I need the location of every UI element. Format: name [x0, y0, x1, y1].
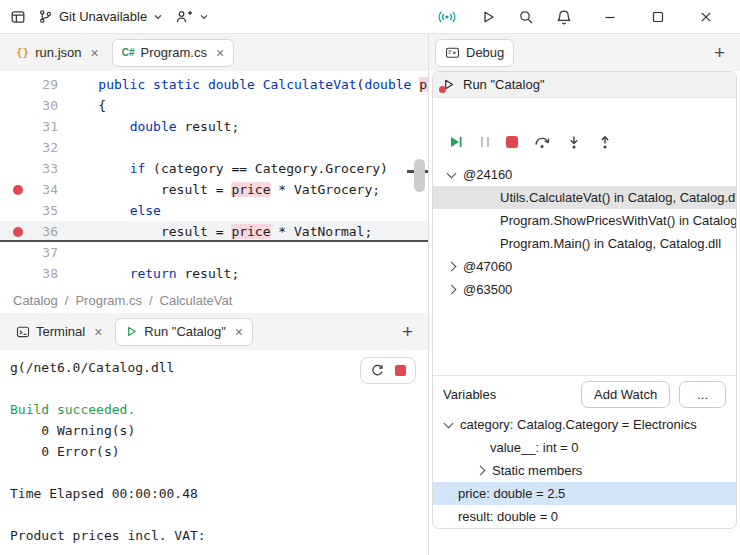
git-status-menu[interactable]: Git Unavailable [38, 9, 163, 24]
tab-program-cs[interactable]: C# Program.cs × [112, 39, 234, 67]
stack-frame-row[interactable]: Program.Main() in Catalog, Catalog.dll [433, 232, 736, 255]
breadcrumb-item[interactable]: Catalog [13, 293, 58, 308]
stop-icon[interactable] [395, 365, 406, 376]
app-window: Git Unavailable [0, 0, 740, 555]
variable-row[interactable]: value__: int = 0 [433, 436, 736, 459]
close-icon[interactable]: × [91, 46, 99, 60]
variable-row[interactable]: category: Catalog.Category = Electronics [433, 413, 736, 436]
code-line[interactable]: 33 if (category == Category.Grocery) [0, 158, 428, 179]
code-editor[interactable]: 29 public static double CalculateVat(dou… [0, 71, 428, 287]
debug-run-icon [441, 77, 456, 92]
line-number: 29 [36, 74, 58, 95]
tab-run-catalog[interactable]: Run "Catalog" × [115, 318, 253, 346]
tree-label: Program.ShowPricesWithVat() in Catalog, … [500, 213, 736, 228]
main-area: {} run.json × C# Program.cs × 29 public … [0, 34, 740, 555]
stack-frame-row[interactable]: Program.ShowPricesWithVat() in Catalog, … [433, 209, 736, 232]
terminal-output[interactable]: g(/net6.0/Catalog.dllBuild succeeded. 0 … [0, 350, 428, 555]
line-number: 38 [36, 263, 58, 284]
close-icon[interactable]: × [216, 46, 224, 60]
thread-row[interactable]: @47060 [433, 255, 736, 278]
breakpoint-dot[interactable] [0, 185, 36, 195]
code-text: { [58, 95, 106, 116]
step-out-button[interactable] [597, 134, 613, 150]
code-line[interactable]: 36 result = price * VatNormal; [0, 221, 428, 242]
tab-terminal[interactable]: Terminal × [6, 318, 112, 346]
close-button[interactable] [682, 2, 730, 32]
tab-label: Debug [466, 45, 504, 60]
debug-run-header: Run "Catalog" [433, 72, 736, 98]
add-terminal-tab-button[interactable]: + [393, 322, 422, 341]
variables-title: Variables [443, 387, 572, 402]
csharp-file-icon: C# [122, 47, 135, 58]
code-text: result = price * VatNormal; [58, 221, 372, 242]
step-over-button[interactable] [533, 134, 551, 150]
variable-label: category: Catalog.Category = Electronics [460, 417, 697, 432]
variable-row[interactable]: Static members [433, 459, 736, 482]
tab-label: Run "Catalog" [144, 324, 226, 339]
variable-row[interactable]: result: double = 0 [433, 505, 736, 528]
broadcast-icon[interactable] [436, 9, 458, 25]
tree-label: @63500 [463, 282, 512, 297]
chevron-right-icon[interactable] [447, 262, 457, 272]
line-number: 37 [36, 242, 58, 263]
thread-row[interactable]: @24160 [433, 163, 736, 186]
tab-run-json[interactable]: {} run.json × [6, 39, 109, 67]
code-line[interactable]: 35 else [0, 200, 428, 221]
git-branch-icon [38, 9, 53, 24]
search-icon[interactable] [518, 9, 534, 25]
collaborate-menu[interactable] [175, 9, 209, 25]
chevron-down-icon[interactable] [447, 168, 457, 178]
code-text: result = price * VatGrocery; [58, 179, 380, 200]
git-status-label: Git Unavailable [59, 9, 147, 24]
code-line[interactable]: 29 public static double CalculateVat(dou… [0, 74, 428, 95]
thread-row[interactable]: @63500 [433, 278, 736, 301]
breadcrumb: Catalog / Program.cs / CalculateVat [0, 287, 428, 313]
notifications-bell-icon[interactable] [556, 9, 572, 25]
run-icon[interactable] [480, 9, 496, 25]
terminal-tabbar: Terminal × Run "Catalog" × + [0, 313, 428, 350]
chevron-right-icon[interactable] [447, 285, 457, 295]
breadcrumb-separator: / [65, 293, 69, 308]
tab-debug[interactable]: Debug [435, 39, 514, 67]
pause-button[interactable] [479, 135, 491, 149]
breadcrumb-item[interactable]: CalculateVat [160, 293, 233, 308]
variable-row[interactable]: price: double = 2.5 [433, 482, 736, 505]
tree-label: @24160 [463, 167, 512, 182]
chevron-right-icon[interactable] [476, 466, 486, 476]
close-icon[interactable]: × [94, 325, 102, 339]
rerun-icon[interactable] [370, 363, 385, 378]
maximize-button[interactable] [634, 2, 682, 32]
tab-label: Program.cs [140, 45, 206, 60]
code-line[interactable]: 32 [0, 137, 428, 158]
close-icon[interactable]: × [235, 325, 243, 339]
terminal-line [10, 504, 428, 525]
debug-pane: Debug + Run "Catalog" [429, 34, 740, 555]
workspace-icon[interactable] [10, 9, 26, 25]
code-line[interactable]: 31 double result; [0, 116, 428, 137]
debug-run-label: Run "Catalog" [463, 77, 545, 92]
chevron-down-icon[interactable] [444, 418, 454, 428]
stop-button[interactable] [506, 136, 518, 148]
terminal-line: Time Elapsed 00:00:00.48 [10, 483, 428, 504]
tree-label: @47060 [463, 259, 512, 274]
step-into-button[interactable] [566, 134, 582, 150]
editor-tabbar: {} run.json × C# Program.cs × [0, 34, 428, 71]
stack-frame-row[interactable]: Utils.CalculateVat() in Catalog, Catalog… [433, 186, 736, 209]
code-line[interactable]: 38 return result; [0, 263, 428, 284]
minimize-button[interactable] [586, 2, 634, 32]
breakpoint-dot[interactable] [0, 227, 36, 237]
run-play-icon [125, 325, 138, 338]
debug-icon [445, 46, 460, 60]
terminal-run-controls [360, 357, 416, 384]
code-line[interactable]: 34 result = price * VatGrocery; [0, 179, 428, 200]
resume-button[interactable] [448, 134, 464, 150]
breadcrumb-item[interactable]: Program.cs [75, 293, 141, 308]
add-debug-tab-button[interactable]: + [705, 43, 734, 62]
line-number: 36 [36, 221, 58, 242]
more-options-button[interactable]: ... [679, 381, 726, 408]
code-line[interactable]: 30 { [0, 95, 428, 116]
editor-scrollbar[interactable] [414, 159, 425, 192]
line-number: 35 [36, 200, 58, 221]
add-watch-button[interactable]: Add Watch [581, 381, 670, 408]
code-line[interactable]: 37 [0, 242, 428, 263]
